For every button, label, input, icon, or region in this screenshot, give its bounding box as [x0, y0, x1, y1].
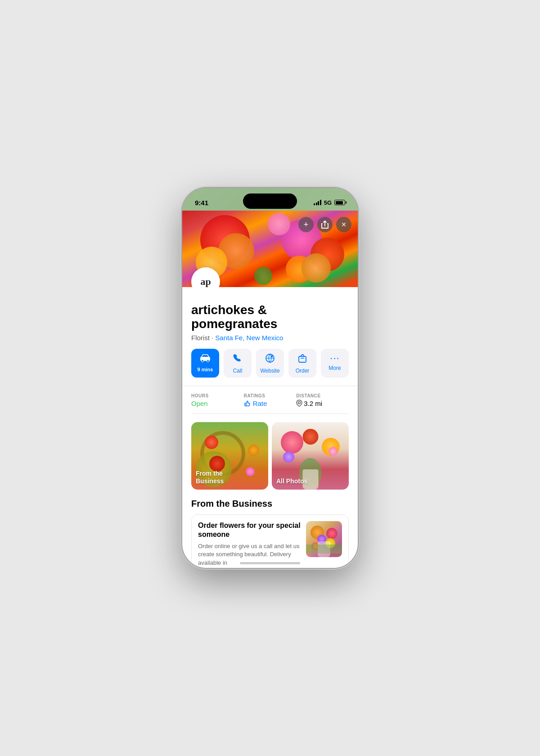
svg-rect-6: [299, 356, 306, 362]
phone-icon: [233, 353, 243, 366]
car-icon: [200, 353, 211, 365]
dynamic-island: [243, 194, 297, 209]
promo-title: Order flowers for your special someone: [198, 521, 301, 540]
business-card-text: Order flowers for your special someone O…: [198, 521, 301, 567]
more-label: More: [328, 365, 341, 371]
info-row: HOURS Open RATINGS Rate DISTANCE: [191, 393, 349, 414]
dots-icon: ···: [330, 353, 339, 363]
svg-point-7: [298, 402, 301, 404]
more-button[interactable]: ··· More: [321, 349, 349, 378]
call-label: Call: [233, 368, 243, 374]
promo-image: [306, 521, 342, 557]
divider-1: [182, 386, 358, 386]
status-time: 9:41: [195, 199, 208, 207]
svg-rect-3: [204, 355, 207, 356]
phone-frame: 9:41 5G: [182, 188, 358, 568]
screen: 9:41 5G: [182, 188, 358, 568]
ratings-col[interactable]: RATINGS Rate: [244, 393, 297, 407]
business-category: Florist · Santa Fe, New Mexico: [191, 334, 349, 342]
share-button[interactable]: [317, 217, 333, 232]
business-promo-card[interactable]: Order flowers for your special someone O…: [191, 514, 349, 568]
hours-value: Open: [191, 400, 238, 407]
share-icon: [321, 220, 328, 229]
hours-col: HOURS Open: [191, 393, 244, 407]
signal-bars-icon: [314, 200, 321, 205]
rate-value[interactable]: Rate: [244, 400, 291, 407]
from-business-section-title: From the Business: [191, 499, 349, 509]
all-photos-label: All Photos: [276, 477, 307, 485]
distance-label: DISTANCE: [296, 393, 343, 398]
svg-point-2: [207, 360, 209, 362]
all-photos-card[interactable]: All Photos: [272, 422, 349, 490]
content-area[interactable]: artichokes &pomegranates Florist · Santa…: [182, 287, 358, 568]
location-icon: [296, 400, 302, 407]
order-label: Order: [296, 368, 310, 374]
close-icon: ×: [342, 220, 346, 230]
action-buttons-overlay: + ×: [298, 217, 351, 232]
quick-actions: 9 mins Call: [191, 349, 349, 378]
website-button[interactable]: Website: [256, 349, 284, 378]
call-button[interactable]: Call: [224, 349, 252, 378]
directions-button[interactable]: 9 mins: [191, 349, 219, 378]
svg-point-1: [202, 360, 204, 362]
distance-text: 3.2 mi: [304, 400, 322, 407]
hours-label: HOURS: [191, 393, 238, 398]
thumbs-up-icon: [244, 400, 251, 407]
order-button[interactable]: Order: [288, 349, 316, 378]
plus-icon: +: [304, 220, 309, 230]
photo-grid: From theBusiness: [191, 422, 349, 490]
website-label: Website: [260, 368, 279, 374]
directions-time-label: 9 mins: [198, 367, 213, 372]
location-link[interactable]: Santa Fe, New Mexico: [215, 334, 283, 342]
from-business-photo-card[interactable]: From theBusiness: [191, 422, 268, 490]
close-button[interactable]: ×: [336, 217, 351, 232]
rate-label: Rate: [253, 400, 267, 407]
distance-col: DISTANCE 3.2 mi: [296, 393, 349, 407]
status-icons: 5G: [314, 199, 345, 206]
add-button[interactable]: +: [298, 217, 314, 232]
business-name: artichokes &pomegranates: [191, 303, 349, 331]
network-label: 5G: [324, 199, 332, 206]
compass-icon: [265, 353, 275, 366]
logo-text: ap: [200, 276, 211, 287]
home-indicator: [240, 562, 300, 564]
from-business-label: From theBusiness: [196, 470, 224, 485]
ratings-label: RATINGS: [244, 393, 291, 398]
bag-icon: [297, 353, 307, 366]
distance-value: 3.2 mi: [296, 400, 343, 407]
battery-icon: [334, 200, 345, 205]
